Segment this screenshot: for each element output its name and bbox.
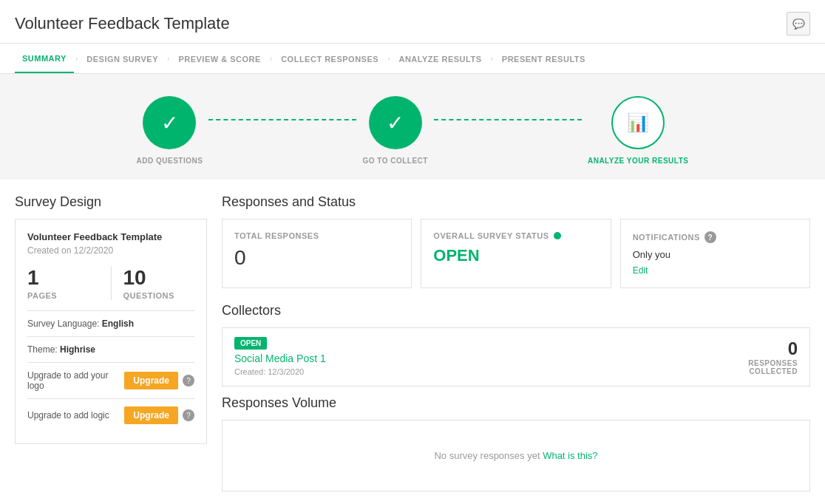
nav-item-preview-score[interactable]: PREVIEW & SCORE [171,44,268,72]
upgrade-logo-text: Upgrade to add your logo [27,370,124,391]
nav-arrow-3: › [270,55,272,63]
questions-label: QUESTIONS [123,291,195,300]
language-value: English [102,319,134,329]
upgrade-logic-row: Upgrade to add logic Upgrade ? [27,398,194,432]
nav-item-collect-responses[interactable]: COLLECT RESPONSES [274,44,386,72]
upgrade-logo-actions: Upgrade ? [124,372,194,389]
survey-name: Volunteer Feedback Template [27,231,194,242]
step-label-go-to-collect: GO TO COLLECT [362,157,428,165]
no-responses-text: No survey responses yet [434,450,540,461]
nav-bar: SUMMARY › DESIGN SURVEY › PREVIEW & SCOR… [0,44,825,74]
stat-divider [111,266,112,300]
overall-status-label: OVERALL SURVEY STATUS [433,231,598,240]
nav-item-summary[interactable]: SUMMARY [15,44,74,73]
collectors-title: Collectors [222,303,810,319]
progress-steps: ✓ ADD QUESTIONS ✓ GO TO COLLECT 📊 ANALYZ… [80,96,745,165]
step-circle-analyze-results[interactable]: 📊 [611,96,665,149]
upgrade-logo-row: Upgrade to add your logo Upgrade ? [27,362,194,398]
language-row: Survey Language: English [27,310,194,336]
notifications-help-icon[interactable]: ? [705,231,716,243]
step-label-add-questions: ADD QUESTIONS [137,157,203,165]
collector-responses-label-2: COLLECTED [748,367,798,375]
collector-date: Created: 12/3/2020 [234,367,304,376]
progress-section: ✓ ADD QUESTIONS ✓ GO TO COLLECT 📊 ANALYZ… [0,74,825,180]
theme-value: Highrise [60,344,95,355]
step-line-2 [434,119,582,120]
survey-card: Volunteer Feedback Template Created on 1… [15,219,207,444]
collector-responses: 0 RESPONSES COLLECTED [748,338,798,375]
help-logic-icon[interactable]: ? [183,409,194,421]
questions-count: 10 [123,266,195,290]
step-circle-go-to-collect[interactable]: ✓ [369,96,422,149]
collector-responses-label-1: RESPONSES [748,359,798,367]
theme-row: Theme: Highrise [27,336,194,362]
nav-arrow-2: › [167,55,169,63]
survey-design-title: Survey Design [15,194,207,210]
language-label: Survey Language: [27,319,99,329]
page-title: Volunteer Feedback Template [15,14,230,33]
responses-status-title: Responses and Status [222,194,810,210]
total-responses-card: TOTAL RESPONSES 0 [222,219,412,288]
chart-icon: 📊 [627,112,649,133]
total-responses-value: 0 [234,246,399,270]
notifications-edit-link[interactable]: Edit [633,265,648,276]
main-content: Survey Design Volunteer Feedback Templat… [0,180,825,504]
header: Volunteer Feedback Template 💬 [0,0,825,44]
nav-arrow-4: › [387,55,390,63]
left-panel: Survey Design Volunteer Feedback Templat… [15,194,207,491]
nav-item-analyze-results[interactable]: ANALYZE RESULTS [391,44,489,72]
nav-arrow-5: › [490,55,492,63]
responses-grid: TOTAL RESPONSES 0 OVERALL SURVEY STATUS … [222,219,810,288]
notifications-label: NOTIFICATIONS ? [633,231,798,243]
questions-stat: 10 QUESTIONS [123,266,195,300]
survey-created: Created on 12/2/2020 [27,245,194,256]
upgrade-logo-button[interactable]: Upgrade [124,372,178,389]
responses-volume-title: Responses Volume [222,395,810,411]
notifications-value: Only you [633,249,798,260]
collector-name-link[interactable]: Social Media Post 1 [234,353,326,364]
survey-stats-row: 1 PAGES 10 QUESTIONS [27,266,194,300]
collector-info: OPEN Social Media Post 1 Created: 12/3/2… [234,337,326,377]
pages-label: PAGES [27,291,99,300]
collector-responses-count: 0 [748,338,798,359]
step-label-analyze-results: ANALYZE YOUR RESULTS [588,157,689,165]
overall-status-value: OPEN [433,246,598,265]
comment-icon: 💬 [792,18,805,30]
nav-arrow-1: › [75,55,78,63]
step-analyze-results: 📊 ANALYZE YOUR RESULTS [588,96,689,165]
checkmark-icon: ✓ [161,111,178,135]
upgrade-logic-text: Upgrade to add logic [27,410,109,420]
pages-stat: 1 PAGES [27,266,99,300]
what-is-link[interactable]: What is this? [543,450,597,461]
step-add-questions: ✓ ADD QUESTIONS [137,96,203,165]
upgrade-logic-button[interactable]: Upgrade [124,406,178,424]
theme-label: Theme: [27,344,58,355]
right-panel: Responses and Status TOTAL RESPONSES 0 O… [222,194,810,491]
overall-status-card: OVERALL SURVEY STATUS OPEN [421,219,611,288]
help-logo-icon[interactable]: ? [183,375,194,386]
step-line-1 [208,119,356,120]
step-go-to-collect: ✓ GO TO COLLECT [362,96,428,165]
status-dot [554,232,561,239]
upgrade-logic-actions: Upgrade ? [124,406,194,424]
pages-count: 1 [27,266,99,290]
nav-item-design-survey[interactable]: DESIGN SURVEY [79,44,166,72]
collector-item: OPEN Social Media Post 1 Created: 12/3/2… [222,327,810,386]
collector-badge: OPEN [234,337,267,350]
nav-item-present-results[interactable]: PRESENT RESULTS [495,44,593,72]
comment-icon-button[interactable]: 💬 [787,12,810,35]
step-circle-add-questions[interactable]: ✓ [143,96,196,149]
total-responses-label: TOTAL RESPONSES [234,231,399,240]
notifications-card: NOTIFICATIONS ? Only you Edit [620,219,810,288]
checkmark-icon-2: ✓ [387,111,404,135]
responses-volume-section: No survey responses yet What is this? [222,420,810,491]
